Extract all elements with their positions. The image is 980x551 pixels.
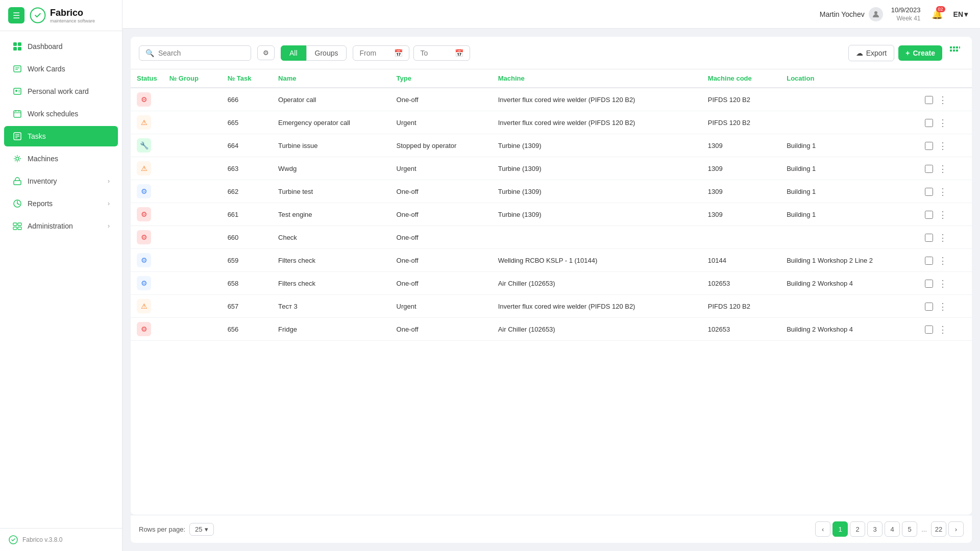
rows-per-page-select[interactable]: 25 ▾ xyxy=(189,523,213,536)
administration-icon xyxy=(12,221,22,231)
status-icon: ⚙ xyxy=(137,207,151,221)
sidebar-item-personal-work-card[interactable]: Personal work card xyxy=(4,81,118,102)
work-schedules-icon xyxy=(12,109,22,119)
row-checkbox[interactable] xyxy=(925,188,933,196)
row-location xyxy=(780,295,919,318)
from-calendar-icon[interactable]: 📅 xyxy=(394,49,403,57)
svg-rect-23 xyxy=(13,223,17,226)
rows-per-page-label: Rows per page: xyxy=(139,525,185,533)
row-menu-button[interactable]: ⋮ xyxy=(935,254,950,267)
row-actions: ⋮ xyxy=(919,157,972,180)
status-icon: ⚙ xyxy=(137,253,151,267)
col-group: № Group xyxy=(163,69,222,88)
row-type: Stopped by operator xyxy=(390,134,492,157)
page-2-button[interactable]: 2 xyxy=(850,521,865,537)
row-checkbox[interactable] xyxy=(925,257,933,265)
logo-area: Fabrico maintenance software xyxy=(30,7,95,23)
row-menu-button[interactable]: ⋮ xyxy=(935,231,950,244)
sidebar-item-work-cards[interactable]: Work Cards xyxy=(4,59,118,79)
sidebar-item-tasks[interactable]: Tasks xyxy=(4,126,118,146)
row-menu-button[interactable]: ⋮ xyxy=(935,162,950,176)
to-input[interactable] xyxy=(420,49,451,57)
row-machine: Inverter flux cored wire welder (PIFDS 1… xyxy=(492,111,702,134)
notifications-button[interactable]: 🔔 02 xyxy=(929,6,945,22)
search-input[interactable] xyxy=(158,49,244,57)
row-status: ⚙ xyxy=(131,180,163,203)
row-type: Urgent xyxy=(390,295,492,318)
row-group xyxy=(163,272,222,295)
row-type: One-off xyxy=(390,203,492,226)
logo-icon xyxy=(30,7,46,23)
content-area: 🔍 ⚙ All Groups 📅 📅 xyxy=(122,29,980,551)
page-ellipsis: ... xyxy=(919,525,929,533)
row-machine-code: 1309 xyxy=(702,134,780,157)
page-3-button[interactable]: 3 xyxy=(867,521,883,537)
col-actions xyxy=(919,69,972,88)
sidebar-item-administration[interactable]: Administration › xyxy=(4,216,118,236)
table-row: ⚙ 661 Test engine One-off Turbine (1309)… xyxy=(131,203,972,226)
rows-per-page-value: 25 xyxy=(195,525,202,533)
row-location: Building 2 Workshop 4 xyxy=(780,318,919,341)
grid-view-button[interactable] xyxy=(946,43,964,63)
row-checkbox[interactable] xyxy=(925,119,933,127)
page-5-button[interactable]: 5 xyxy=(902,521,917,537)
row-checkbox[interactable] xyxy=(925,234,933,242)
row-checkbox[interactable] xyxy=(925,165,933,173)
sidebar-item-reports[interactable]: Reports › xyxy=(4,193,118,214)
table-row: ⚙ 666 Operator call One-off Inverter flu… xyxy=(131,88,972,111)
tab-all[interactable]: All xyxy=(281,45,306,61)
row-checkbox[interactable] xyxy=(925,325,933,334)
to-calendar-icon[interactable]: 📅 xyxy=(455,49,463,57)
hamburger-button[interactable]: ☰ xyxy=(8,7,24,23)
table-row: ⚙ 660 Check One-off ⋮ xyxy=(131,226,972,249)
row-checkbox[interactable] xyxy=(925,142,933,150)
topbar: Martin Yochev 10/9/2023 Week 41 🔔 02 EN … xyxy=(122,0,980,29)
work-cards-icon xyxy=(12,64,22,74)
create-button[interactable]: + Create xyxy=(898,45,942,61)
from-input[interactable] xyxy=(359,49,390,57)
row-menu-button[interactable]: ⋮ xyxy=(935,300,950,313)
row-machine-code: 1309 xyxy=(702,203,780,226)
page-1-button[interactable]: 1 xyxy=(832,521,848,537)
row-machine: Inverter flux cored wire welder (PIFDS 1… xyxy=(492,295,702,318)
row-checkbox[interactable] xyxy=(925,280,933,288)
row-menu-button[interactable]: ⋮ xyxy=(935,323,950,336)
page-last-button[interactable]: 22 xyxy=(931,521,946,537)
filter-button[interactable]: ⚙ xyxy=(257,45,275,60)
machines-icon xyxy=(12,154,22,164)
toolbar: 🔍 ⚙ All Groups 📅 📅 xyxy=(131,37,972,69)
row-menu-button[interactable]: ⋮ xyxy=(935,208,950,221)
tab-groups[interactable]: Groups xyxy=(306,45,347,61)
prev-page-button[interactable]: ‹ xyxy=(815,521,830,537)
row-menu-button[interactable]: ⋮ xyxy=(935,116,950,130)
sidebar-item-work-schedules[interactable]: Work schedules xyxy=(4,104,118,124)
row-checkbox[interactable] xyxy=(925,211,933,219)
row-menu-button[interactable]: ⋮ xyxy=(935,277,950,290)
sidebar-item-machines[interactable]: Machines xyxy=(4,148,118,169)
table-row: ⚙ 656 Fridge One-off Air Chiller (102653… xyxy=(131,318,972,341)
language-button[interactable]: EN ▾ xyxy=(953,10,968,18)
sidebar-label-reports: Reports xyxy=(28,199,103,208)
export-button[interactable]: ☁ Export xyxy=(848,45,894,61)
sidebar-item-dashboard[interactable]: Dashboard xyxy=(4,36,118,57)
row-location: Building 1 xyxy=(780,134,919,157)
row-name: Turbine issue xyxy=(272,134,390,157)
row-menu-button[interactable]: ⋮ xyxy=(935,93,950,107)
logo-subtitle: maintenance software xyxy=(50,18,95,23)
status-icon: ⚙ xyxy=(137,92,151,107)
sidebar-item-inventory[interactable]: Inventory › xyxy=(4,171,118,191)
export-icon: ☁ xyxy=(856,49,863,57)
row-group xyxy=(163,111,222,134)
next-page-button[interactable]: › xyxy=(948,521,964,537)
page-4-button[interactable]: 4 xyxy=(885,521,900,537)
tasks-table: Status № Group № Task Name Type Machine … xyxy=(131,69,972,341)
row-checkbox[interactable] xyxy=(925,96,933,104)
row-menu-button[interactable]: ⋮ xyxy=(935,185,950,198)
svg-rect-21 xyxy=(14,181,21,185)
row-name: Filters check xyxy=(272,249,390,272)
row-machine: Turbine (1309) xyxy=(492,134,702,157)
row-group xyxy=(163,318,222,341)
pagination-bar: Rows per page: 25 ▾ ‹ 1 2 3 4 5 ... 22 › xyxy=(131,515,972,543)
row-checkbox[interactable] xyxy=(925,303,933,311)
row-menu-button[interactable]: ⋮ xyxy=(935,139,950,153)
